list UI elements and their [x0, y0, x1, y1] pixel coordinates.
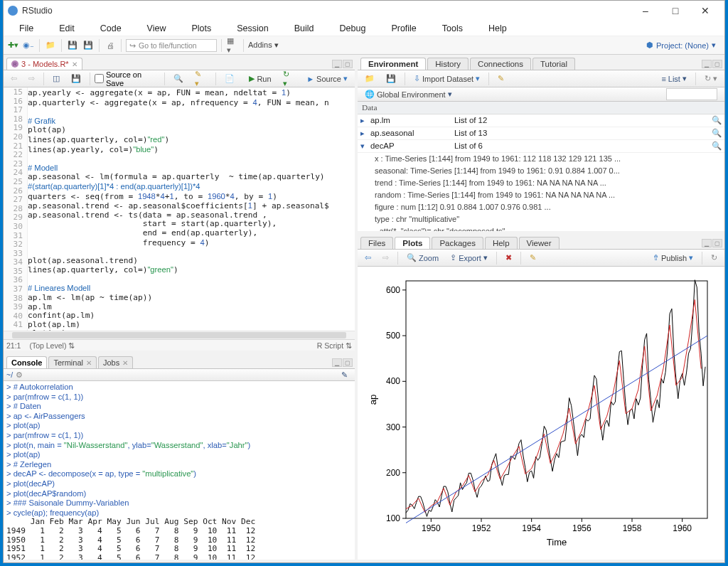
- open-file-icon[interactable]: 📁: [44, 39, 57, 52]
- console-tabstrip: Console Terminal ✕ Jobs ✕ ▁▢: [4, 353, 355, 369]
- env-row[interactable]: ▾decAPList of 6🔍: [358, 140, 724, 153]
- refresh-plot-icon[interactable]: ↻: [707, 252, 722, 264]
- magnify-icon[interactable]: 🔍: [712, 140, 722, 152]
- save-icon[interactable]: 💾: [66, 39, 79, 52]
- minimize-pane-icon[interactable]: ▁: [332, 60, 342, 68]
- forward-icon[interactable]: ⇨: [24, 73, 39, 85]
- menu-view[interactable]: View: [136, 22, 178, 35]
- menu-build[interactable]: Build: [283, 22, 326, 35]
- gutter: 15 16 17 18 19 20 21 22 23 24 25 26 27 2…: [4, 87, 28, 331]
- tab-terminal[interactable]: Terminal ✕: [48, 356, 97, 368]
- project-selector[interactable]: ⬢Project: (None) ▾: [646, 41, 716, 50]
- clear-plots-icon[interactable]: ✎: [525, 252, 540, 264]
- addins-dropdown[interactable]: Addins ▾: [248, 41, 279, 50]
- env-child-row: seasonal: Time-Series [1:144] from 1949 …: [358, 165, 724, 177]
- run-button[interactable]: ▶ Run: [245, 73, 275, 85]
- maximize-pane-icon[interactable]: ▢: [712, 239, 722, 247]
- publish-button[interactable]: ⇮ Publish ▾: [648, 252, 697, 264]
- tab-packages[interactable]: Packages: [432, 237, 483, 249]
- tab-environment[interactable]: Environment: [360, 58, 426, 70]
- close-tab-icon[interactable]: ✕: [72, 60, 77, 68]
- source-on-save-checkbox[interactable]: Source on Save: [95, 70, 160, 87]
- goto-file-input[interactable]: ↪Go to file/function: [126, 39, 217, 52]
- tab-console[interactable]: Console: [6, 356, 47, 368]
- env-list: Data ▸ap.lmList of 12🔍▸ap.seasonalList o…: [358, 102, 724, 231]
- import-dataset-button[interactable]: ⇩ Import Dataset ▾: [410, 73, 484, 85]
- maximize-pane-icon[interactable]: ▢: [343, 60, 353, 68]
- remove-plot-icon[interactable]: ✖: [501, 252, 516, 264]
- expand-icon[interactable]: ▾: [360, 140, 370, 152]
- scope-selector[interactable]: (Top Level) ⇅: [29, 341, 75, 350]
- console-options-icon[interactable]: ⚙: [16, 370, 23, 379]
- code-editor[interactable]: 15 16 17 18 19 20 21 22 23 24 25 26 27 2…: [4, 87, 355, 331]
- menu-edit[interactable]: Edit: [48, 22, 86, 35]
- grid-icon[interactable]: ▦ ▾: [226, 39, 239, 52]
- source-button[interactable]: ► Source ▾: [302, 73, 352, 85]
- editor-hscrollbar[interactable]: [4, 331, 355, 339]
- menu-file[interactable]: File: [8, 22, 45, 35]
- list-mode-button[interactable]: ≡ List ▾: [657, 73, 691, 85]
- save-icon[interactable]: 💾: [67, 73, 85, 85]
- tab-files[interactable]: Files: [360, 237, 393, 249]
- find-icon[interactable]: 🔍: [169, 73, 188, 85]
- load-workspace-icon[interactable]: 📁: [360, 73, 379, 85]
- magnify-icon[interactable]: 🔍: [712, 127, 722, 139]
- expand-icon[interactable]: ▸: [360, 114, 370, 127]
- cursor-pos: 21:1: [6, 341, 21, 350]
- menu-help[interactable]: Help: [477, 22, 518, 35]
- minimize-pane-icon[interactable]: ▁: [702, 239, 712, 247]
- expand-icon[interactable]: ▸: [360, 127, 370, 139]
- report-icon[interactable]: 📄: [220, 73, 239, 85]
- back-icon[interactable]: ⇦: [6, 73, 21, 85]
- env-search-input[interactable]: [666, 88, 717, 100]
- rstudio-icon: [8, 6, 18, 16]
- plot-next-icon[interactable]: ⇨: [378, 252, 393, 264]
- export-button[interactable]: ⇪ Export ▾: [446, 252, 492, 264]
- env-child-row: - attr(*, "class")= chr "decomposed.ts": [358, 225, 724, 231]
- menu-profile[interactable]: Profile: [380, 22, 427, 35]
- menu-code[interactable]: Code: [89, 22, 133, 35]
- tab-connections[interactable]: Connections: [470, 58, 531, 70]
- tab-help[interactable]: Help: [485, 237, 518, 249]
- menu-debug[interactable]: Debug: [328, 22, 378, 35]
- titlebar[interactable]: RStudio – □ ✕: [4, 1, 724, 21]
- maximize-pane-icon[interactable]: ▢: [712, 60, 722, 68]
- menu-tools[interactable]: Tools: [431, 22, 474, 35]
- magnify-icon[interactable]: 🔍: [712, 114, 722, 127]
- source-tab[interactable]: R 3 - Models.R* ✕: [6, 58, 82, 70]
- console-output[interactable]: > # Autokorrelation > par(mfrow = c(1, 1…: [4, 381, 355, 560]
- popout-icon[interactable]: ◫: [48, 73, 64, 85]
- env-row[interactable]: ▸ap.seasonalList of 13🔍: [358, 127, 724, 140]
- menu-plots[interactable]: Plots: [180, 22, 223, 35]
- wand-icon[interactable]: ✎ ▾: [191, 68, 212, 90]
- env-scope-button[interactable]: 🌐 Global Environment ▾: [360, 88, 456, 100]
- minimize-pane-icon[interactable]: ▁: [332, 358, 342, 367]
- new-file-icon[interactable]: ✚▾: [6, 39, 19, 52]
- zoom-button[interactable]: 🔍 Zoom: [402, 252, 443, 264]
- tab-plots[interactable]: Plots: [395, 237, 430, 249]
- save-workspace-icon[interactable]: 💾: [382, 73, 400, 85]
- print-icon[interactable]: 🖨: [104, 39, 117, 52]
- app-window: RStudio – □ ✕ File Edit Code View Plots …: [3, 0, 725, 563]
- broom-icon[interactable]: ✎: [493, 73, 508, 85]
- svg-text:600: 600: [386, 285, 400, 295]
- lang-indicator[interactable]: R Script ⇅: [317, 341, 352, 350]
- tab-tutorial[interactable]: Tutorial: [532, 58, 575, 70]
- maximize-button[interactable]: □: [660, 1, 690, 20]
- plot-prev-icon[interactable]: ⇦: [360, 252, 375, 264]
- minimize-pane-icon[interactable]: ▁: [702, 60, 712, 68]
- new-project-icon[interactable]: ◉₋: [22, 39, 35, 52]
- refresh-icon[interactable]: ↻ ▾: [700, 73, 722, 85]
- clear-console-icon[interactable]: ✎: [337, 369, 352, 380]
- close-button[interactable]: ✕: [690, 1, 720, 20]
- tab-viewer[interactable]: Viewer: [519, 237, 560, 249]
- rerun-icon[interactable]: ↻ ▾: [279, 68, 300, 90]
- maximize-pane-icon[interactable]: ▢: [343, 358, 353, 367]
- minimize-button[interactable]: –: [631, 1, 660, 20]
- menu-session[interactable]: Session: [225, 22, 279, 35]
- env-row[interactable]: ▸ap.lmList of 12🔍: [358, 114, 724, 127]
- tab-history[interactable]: History: [427, 58, 469, 70]
- svg-text:500: 500: [386, 331, 400, 341]
- save-all-icon[interactable]: 💾: [82, 39, 95, 52]
- tab-jobs[interactable]: Jobs ✕: [98, 356, 133, 368]
